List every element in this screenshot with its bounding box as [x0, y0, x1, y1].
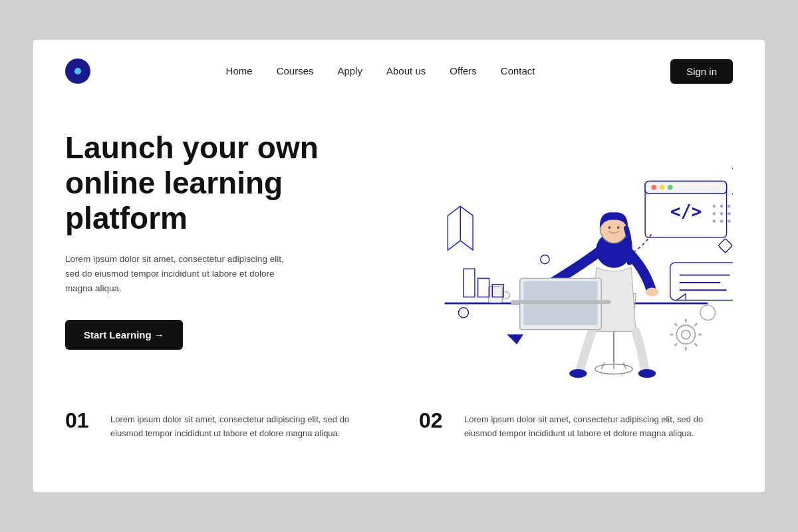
svg-point-20	[652, 185, 657, 190]
svg-rect-64	[718, 239, 732, 253]
svg-point-53	[712, 212, 716, 215]
svg-point-63	[541, 255, 549, 264]
svg-point-50	[720, 205, 724, 208]
signin-button[interactable]: Sign in	[670, 59, 733, 84]
svg-rect-40	[478, 278, 489, 297]
svg-line-38	[674, 343, 677, 346]
hero-title: Launch your own online learning platform	[65, 130, 344, 236]
svg-point-49	[712, 205, 716, 208]
bottom-section: 01 Lorem ipsum dolor sit amet, consectet…	[33, 390, 765, 465]
svg-rect-39	[464, 269, 475, 297]
svg-rect-16	[511, 300, 611, 304]
svg-point-58	[720, 219, 724, 223]
feature-item-2: 02 Lorem ipsum dolor sit amet, consectet…	[419, 410, 733, 441]
svg-point-21	[660, 185, 665, 190]
svg-point-54	[720, 212, 724, 215]
svg-point-8	[608, 226, 611, 229]
hero-illustration: </>	[344, 110, 733, 390]
svg-text:</>: </>	[670, 201, 702, 221]
svg-point-22	[668, 185, 673, 190]
svg-point-59	[728, 219, 731, 223]
svg-point-55	[728, 212, 731, 215]
nav-home[interactable]: Home	[226, 65, 253, 76]
navbar: Home Courses Apply About us Offers Conta…	[33, 40, 765, 97]
svg-point-51	[728, 205, 731, 208]
nav-courses[interactable]: Courses	[277, 65, 314, 76]
svg-line-2	[601, 363, 604, 369]
svg-point-61	[458, 308, 468, 318]
hero-content: Launch your own online learning platform…	[65, 110, 344, 350]
svg-rect-24	[670, 263, 733, 301]
svg-point-12	[569, 369, 587, 378]
hero-section: Launch your own online learning platform…	[33, 97, 765, 390]
logo-dot	[74, 68, 81, 74]
hero-description: Lorem ipsum dolor sit amet, consectetur …	[65, 252, 291, 297]
start-learning-button[interactable]: Start Learning →	[65, 320, 183, 350]
svg-point-9	[617, 226, 620, 229]
svg-point-30	[682, 331, 690, 339]
feature-item-1: 01 Lorem ipsum dolor sit amet, consectet…	[65, 410, 379, 441]
nav-apply[interactable]: Apply	[337, 65, 362, 76]
nav-contact[interactable]: Contact	[501, 65, 535, 76]
svg-line-37	[695, 323, 698, 326]
feature-text-2: Lorem ipsum dolor sit amet, consectetur …	[464, 412, 733, 441]
nav-offers[interactable]: Offers	[450, 65, 477, 76]
svg-line-36	[695, 343, 698, 346]
page-container: Home Courses Apply About us Offers Conta…	[33, 40, 765, 492]
svg-rect-19	[645, 181, 726, 194]
logo	[65, 59, 90, 84]
svg-point-57	[712, 219, 716, 223]
svg-point-29	[676, 325, 695, 344]
feature-text-1: Lorem ipsum dolor sit amet, consectetur …	[110, 412, 379, 441]
illustration-svg: </>	[344, 110, 733, 390]
svg-rect-17	[489, 287, 503, 303]
svg-line-4	[623, 363, 626, 369]
svg-line-35	[674, 323, 677, 326]
svg-point-13	[638, 369, 656, 378]
feature-number-1: 01	[65, 410, 98, 441]
nav-about[interactable]: About us	[386, 65, 426, 76]
svg-point-11	[646, 288, 658, 297]
nav-links: Home Courses Apply About us Offers Conta…	[226, 65, 535, 77]
svg-point-62	[700, 305, 716, 321]
feature-number-2: 02	[419, 410, 452, 441]
